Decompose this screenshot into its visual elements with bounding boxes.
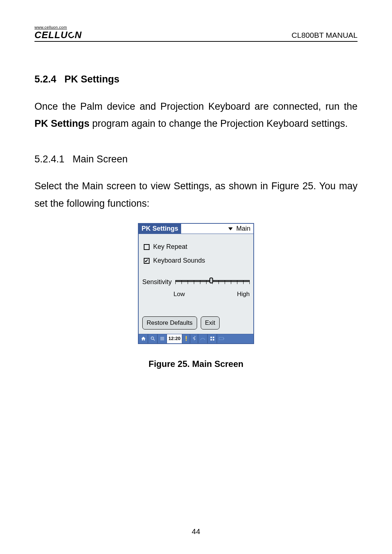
sensitivity-block: Sensitivity Low: [142, 276, 250, 300]
keyboard-sounds-label: Keyboard Sounds: [153, 255, 205, 267]
palm-titlebar: PK Settings Main: [139, 224, 253, 234]
svg-rect-2: [160, 337, 164, 337]
svg-rect-7: [211, 337, 212, 338]
palm-body: Key Repeat ✔ Keyboard Sounds Sensitivity: [139, 234, 253, 334]
key-repeat-label: Key Repeat: [153, 241, 187, 253]
palm-button-row: Restore Defaults Exit: [142, 316, 250, 329]
manual-page: www.celluon.com CELLU N CL800BT MANUAL 5…: [0, 0, 392, 554]
sensitivity-slider[interactable]: [175, 279, 250, 286]
palm-screenshot: PK Settings Main Key Repeat ✔ Keyboard S…: [138, 223, 254, 344]
figure-caption: Figure 25. Main Screen: [34, 356, 358, 372]
menu-icon[interactable]: [158, 334, 167, 343]
logo: www.celluon.com CELLU N: [34, 25, 82, 40]
svg-rect-8: [213, 337, 214, 338]
page-number: 44: [34, 527, 358, 536]
svg-line-1: [153, 339, 155, 341]
chevron-down-icon: [228, 227, 233, 230]
page-content: 5.2.4 PK Settings Once the Palm device a…: [34, 71, 358, 372]
figure: PK Settings Main Key Repeat ✔ Keyboard S…: [34, 223, 358, 372]
manual-title: CL800BT MANUAL: [291, 31, 358, 40]
palm-view-dropdown[interactable]: Main: [181, 224, 253, 234]
sensitivity-label: Sensitivity: [142, 276, 172, 288]
key-repeat-row: Key Repeat: [142, 241, 250, 253]
logo-url: www.celluon.com: [34, 25, 82, 29]
key-repeat-checkbox[interactable]: [144, 244, 150, 250]
slider-thumb[interactable]: [209, 278, 213, 283]
bluetooth-icon[interactable]: [190, 334, 198, 343]
svg-rect-6: [185, 340, 187, 341]
svg-rect-11: [219, 337, 224, 340]
status-time[interactable]: 12:20: [167, 334, 182, 343]
search-icon[interactable]: [148, 334, 158, 343]
subsection-heading: 5.2.4.1 Main Screen: [34, 151, 358, 168]
subsection-paragraph: Select the Main screen to view Settings,…: [34, 178, 358, 212]
alert-icon[interactable]: [182, 334, 190, 343]
svg-rect-4: [160, 340, 164, 340]
palm-dropdown-label: Main: [236, 223, 250, 235]
svg-rect-3: [160, 339, 164, 339]
slider-high-label: High: [237, 289, 250, 300]
apps-icon[interactable]: [208, 334, 217, 343]
keyboard-sounds-row: ✔ Keyboard Sounds: [142, 255, 250, 267]
slider-low-label: Low: [173, 289, 185, 300]
logo-o-icon: [67, 31, 75, 39]
page-header: www.celluon.com CELLU N CL800BT MANUAL: [34, 25, 358, 42]
battery-icon[interactable]: [217, 334, 226, 343]
logo-text: CELLU N: [34, 30, 82, 40]
svg-rect-12: [224, 338, 224, 339]
svg-rect-9: [211, 339, 212, 341]
section-paragraph: Once the Palm device and Projection Keyb…: [34, 98, 358, 133]
palm-statusbar: 12:20: [139, 334, 253, 343]
svg-rect-10: [213, 339, 214, 341]
section-heading: 5.2.4 PK Settings: [34, 71, 358, 88]
svg-rect-5: [185, 336, 187, 339]
keyboard-sounds-checkbox[interactable]: ✔: [144, 258, 150, 264]
svg-point-0: [151, 337, 154, 340]
exit-button[interactable]: Exit: [201, 316, 220, 329]
palm-app-title: PK Settings: [139, 224, 181, 234]
restore-defaults-button[interactable]: Restore Defaults: [142, 316, 197, 329]
signal-icon[interactable]: [198, 334, 208, 343]
home-icon[interactable]: [139, 334, 148, 343]
